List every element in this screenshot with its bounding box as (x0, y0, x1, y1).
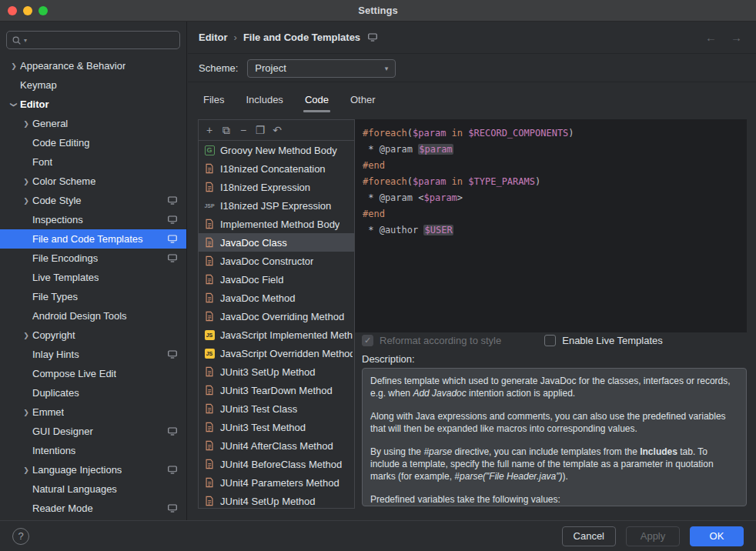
sidebar-item-intentions[interactable]: Intentions (0, 441, 186, 460)
footer-buttons: Cancel Apply OK (562, 526, 744, 546)
sidebar-item-font[interactable]: Font (0, 152, 186, 172)
sidebar-item-gui-designer[interactable]: GUI Designer (0, 422, 186, 441)
template-code-editor[interactable]: #foreach($param in $RECORD_COMPONENTS) *… (355, 119, 747, 332)
chevron-right-icon[interactable]: ❯ (20, 332, 32, 339)
sidebar-item-file-types[interactable]: File Types (0, 287, 186, 306)
add-icon: + (206, 124, 212, 136)
revert-template-button[interactable]: ↶ (269, 122, 286, 139)
reformat-checkbox[interactable]: ✓ Reformat according to style (362, 335, 501, 346)
remove-template-button[interactable]: − (235, 122, 252, 139)
sidebar-item-color-scheme[interactable]: ❯Color Scheme (0, 172, 186, 191)
code-line[interactable]: #foreach($param in $TYPE_PARAMS) (363, 174, 747, 190)
tab-code[interactable]: Code (303, 89, 330, 112)
duplicate-template-button[interactable]: ⧉ (218, 122, 235, 139)
code-line[interactable]: #end (363, 158, 747, 174)
chevron-right-icon[interactable]: ❯ (20, 120, 32, 128)
template-icon (203, 385, 216, 396)
sidebar-item-code-editing[interactable]: Code Editing (0, 133, 186, 152)
enable-live-templates-label: Enable Live Templates (562, 335, 663, 346)
template-item-javascript-implemented-method[interactable]: JSJavaScript Implemented Method (199, 326, 354, 344)
sidebar-item-keymap[interactable]: Keymap (0, 75, 186, 95)
template-item-junit4-afterclass-method[interactable]: JUnit4 AfterClass Method (199, 436, 354, 455)
settings-search-input[interactable] (29, 35, 175, 45)
template-item-junit3-teardown-method[interactable]: JUnit3 TearDown Method (199, 381, 354, 399)
template-item-i18nized-concatenation[interactable]: I18nized Concatenation (199, 159, 354, 178)
help-button[interactable]: ? (12, 528, 29, 545)
chevron-right-icon[interactable]: ❯ (20, 197, 32, 205)
sidebar-item-copyright[interactable]: ❯Copyright (0, 326, 186, 345)
sidebar-item-code-style[interactable]: ❯Code Style (0, 191, 186, 210)
settings-header: Editor › File and Code Templates ← → (188, 22, 756, 54)
template-item-implemented-method-body[interactable]: Implemented Method Body (199, 215, 354, 233)
forward-button[interactable]: → (731, 31, 742, 44)
sidebar-item-language-injections[interactable]: ❯Language Injections (0, 460, 186, 479)
copy-template-button[interactable]: ❐ (252, 122, 269, 139)
sidebar-item-live-templates[interactable]: Live Templates (0, 268, 186, 287)
sidebar-item-emmet[interactable]: ❯Emmet (0, 402, 186, 422)
template-item-label: JUnit3 SetUp Method (220, 366, 316, 378)
code-line[interactable]: #foreach($param in $RECORD_COMPONENTS) (363, 125, 747, 142)
minimize-window-button[interactable] (23, 6, 32, 15)
template-item-javascript-overridden-method[interactable]: JSJavaScript Overridden Method (199, 344, 354, 362)
sidebar-item-appearance-behavior[interactable]: ❯Appearance & Behavior (0, 56, 186, 75)
sidebar-item-inlay-hints[interactable]: Inlay Hints (0, 345, 186, 364)
enable-live-templates-checkbox[interactable]: Enable Live Templates (544, 335, 663, 346)
sidebar-item-editor[interactable]: ❯Editor (0, 95, 186, 114)
cancel-button[interactable]: Cancel (562, 526, 616, 546)
template-item-junit4-beforeclass-method[interactable]: JUnit4 BeforeClass Method (199, 455, 354, 473)
close-window-button[interactable] (8, 6, 17, 15)
sidebar-item-label: File Types (32, 291, 78, 302)
code-line[interactable]: #end (363, 206, 747, 222)
template-item-junit3-test-method[interactable]: JUnit3 Test Method (199, 418, 354, 436)
sidebar-item-natural-languages[interactable]: Natural Languages (0, 479, 186, 499)
template-icon (203, 311, 216, 322)
template-item-i18nized-expression[interactable]: I18nized Expression (199, 178, 354, 196)
sidebar-item-label: Copyright (32, 329, 75, 341)
back-button[interactable]: ← (705, 31, 717, 44)
sidebar-item-compose-live-edit[interactable]: Compose Live Edit (0, 364, 186, 383)
template-item-groovy-new-method-body[interactable]: GGroovy New Method Body (199, 141, 354, 159)
tab-files[interactable]: Files (202, 89, 226, 112)
description-box[interactable]: Defines template which used to generate … (362, 368, 747, 506)
add-template-button[interactable]: + (201, 122, 218, 139)
sidebar-item-android-design-tools[interactable]: Android Design Tools (0, 306, 186, 326)
template-item-javadoc-class[interactable]: JavaDoc Class (199, 233, 354, 252)
code-line[interactable]: * @param $param (363, 142, 747, 158)
sidebar-item-file-encodings[interactable]: File Encodings (0, 249, 186, 268)
sidebar-item-label: Emmet (32, 406, 64, 418)
template-item-junit4-setup-method[interactable]: JUnit4 SetUp Method (199, 492, 354, 509)
tab-includes[interactable]: Includes (244, 89, 284, 112)
code-line[interactable]: * @param <$param> (363, 190, 747, 206)
template-icon (203, 219, 216, 229)
template-item-junit3-setup-method[interactable]: JUnit3 SetUp Method (199, 362, 354, 381)
template-item-junit4-parameters-method[interactable]: JUnit4 Parameters Method (199, 473, 354, 492)
template-item-i18nized-jsp-expression[interactable]: JSPI18nized JSP Expression (199, 196, 354, 215)
template-item-javadoc-constructor[interactable]: JavaDoc Constructor (199, 252, 354, 270)
apply-button[interactable]: Apply (626, 526, 680, 546)
sidebar-item-duplicates[interactable]: Duplicates (0, 383, 186, 402)
chevron-right-icon[interactable]: ❯ (20, 178, 32, 185)
code-line[interactable]: * @author $USER (363, 222, 747, 239)
template-item-junit3-test-class[interactable]: JUnit3 Test Class (199, 399, 354, 418)
scheme-dropdown[interactable]: Project ▾ (247, 59, 396, 78)
search-history-chevron-icon[interactable]: ▾ (24, 37, 27, 44)
sidebar-item-inspections[interactable]: Inspections (0, 210, 186, 229)
chevron-right-icon[interactable]: ❯ (20, 409, 32, 416)
sidebar-item-label: File and Code Templates (32, 233, 143, 245)
zoom-window-button[interactable] (38, 6, 48, 15)
breadcrumb-editor[interactable]: Editor (199, 32, 228, 43)
ok-button[interactable]: OK (690, 526, 744, 546)
settings-search-box[interactable]: ▾ (6, 31, 180, 49)
sidebar-item-reader-mode[interactable]: Reader Mode (0, 499, 186, 518)
template-item-javadoc-overriding-method[interactable]: JavaDoc Overriding Method (199, 307, 354, 326)
template-item-javadoc-method[interactable]: JavaDoc Method (199, 289, 354, 307)
tab-other[interactable]: Other (349, 89, 377, 112)
sidebar-item-file-and-code-templates[interactable]: File and Code Templates (0, 229, 186, 249)
sidebar-item-label: Compose Live Edit (32, 368, 116, 379)
chevron-down-icon[interactable]: ❯ (10, 99, 18, 111)
template-item-label: JavaDoc Method (220, 292, 296, 304)
sidebar-item-general[interactable]: ❯General (0, 114, 186, 133)
chevron-right-icon[interactable]: ❯ (8, 62, 20, 70)
template-item-javadoc-field[interactable]: JavaDoc Field (199, 270, 354, 289)
chevron-right-icon[interactable]: ❯ (20, 466, 32, 474)
